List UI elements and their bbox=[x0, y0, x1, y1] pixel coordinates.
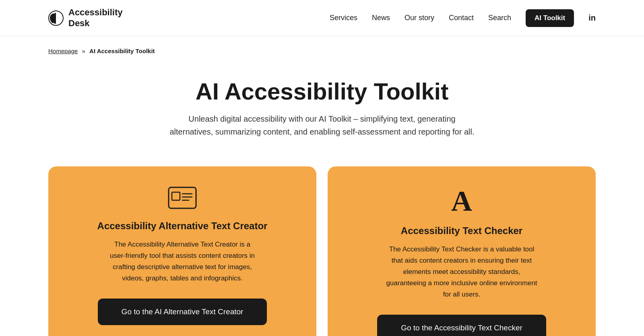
text-checker-title: Accessibility Text Checker bbox=[401, 225, 522, 236]
alt-text-creator-description: The Accessibility Alternative Text Creat… bbox=[106, 239, 259, 284]
logo-icon bbox=[48, 10, 64, 26]
main-nav: Services News Our story Contact Search A… bbox=[330, 9, 596, 27]
page-title: AI Accessibility Toolkit bbox=[80, 79, 564, 104]
hero-subtitle: Unleash digital accessibility with our A… bbox=[169, 112, 475, 138]
alt-text-creator-card: Accessibility Alternative Text Creator T… bbox=[48, 166, 316, 336]
nav-search[interactable]: Search bbox=[488, 14, 511, 22]
text-checker-description: The Accessibility Text Checker is a valu… bbox=[385, 244, 538, 300]
hero-section: AI Accessibility Toolkit Unleash digital… bbox=[0, 54, 644, 158]
logo-text: Accessibility Desk bbox=[68, 7, 123, 29]
breadcrumb: Homepage » AI Accessibility Toolkit bbox=[0, 36, 644, 54]
alt-text-creator-button[interactable]: Go to the AI Alternative Text Creator bbox=[98, 299, 267, 325]
breadcrumb-home-link[interactable]: Homepage bbox=[48, 48, 78, 54]
nav-contact[interactable]: Contact bbox=[449, 14, 474, 22]
breadcrumb-current: AI Accessibility Toolkit bbox=[89, 48, 155, 54]
nav-our-story[interactable]: Our story bbox=[405, 14, 434, 22]
letter-a-icon: A bbox=[451, 187, 472, 216]
svg-rect-2 bbox=[172, 192, 180, 200]
text-checker-button[interactable]: Go to the Accessibility Text Checker bbox=[377, 315, 546, 336]
id-card-icon bbox=[168, 187, 197, 211]
nav-news[interactable]: News bbox=[372, 14, 390, 22]
text-checker-card: A Accessibility Text Checker The Accessi… bbox=[328, 166, 596, 336]
breadcrumb-separator: » bbox=[82, 48, 85, 54]
logo-link[interactable]: Accessibility Desk bbox=[48, 7, 123, 29]
linkedin-icon[interactable]: in bbox=[588, 13, 596, 23]
svg-rect-1 bbox=[169, 187, 196, 208]
cards-container: Accessibility Alternative Text Creator T… bbox=[0, 158, 644, 336]
nav-services[interactable]: Services bbox=[330, 14, 357, 22]
ai-toolkit-button[interactable]: AI Toolkit bbox=[526, 9, 574, 27]
site-header: Accessibility Desk Services News Our sto… bbox=[0, 0, 644, 36]
alt-text-creator-title: Accessibility Alternative Text Creator bbox=[97, 220, 268, 232]
